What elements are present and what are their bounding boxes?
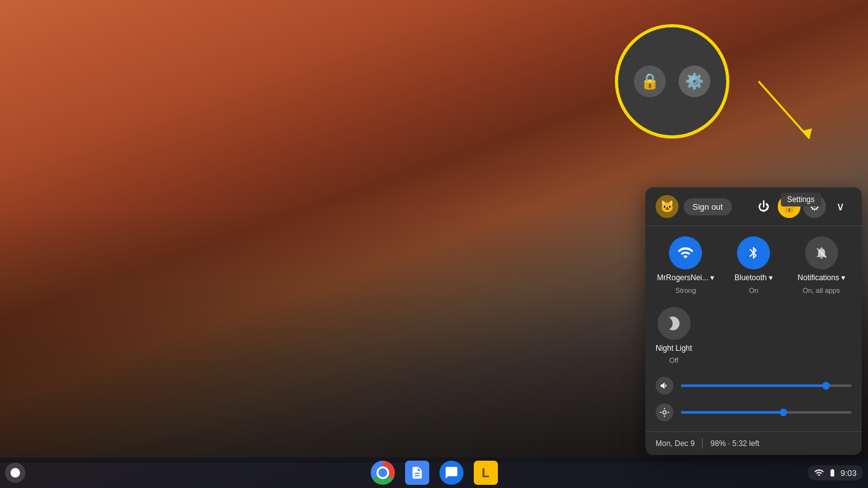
settings-icon-magnified: ⚙️ xyxy=(679,65,710,97)
volume-slider-row xyxy=(656,377,851,395)
separator xyxy=(702,438,703,449)
wifi-sublabel: Strong xyxy=(675,287,696,294)
system-tray[interactable]: 9:03 xyxy=(808,465,863,480)
night-light-label: Night Light xyxy=(656,344,692,353)
notifications-label: Notifications ▾ xyxy=(797,273,845,282)
annotation-circle xyxy=(615,24,729,139)
notifications-tile[interactable]: Notifications ▾ On, all apps xyxy=(791,236,851,294)
taskbar: L 9:03 xyxy=(0,458,868,488)
svg-point-3 xyxy=(11,468,20,478)
brightness-track[interactable] xyxy=(681,411,851,414)
night-light-row: Night Light Off xyxy=(645,304,862,374)
wifi-tray-icon xyxy=(814,468,824,478)
bluetooth-tile[interactable]: Bluetooth ▾ On xyxy=(724,236,784,294)
keep-app-icon[interactable]: L xyxy=(474,461,498,485)
panel-header: 🐱 Sign out ⏻ 🔒 ⚙ Settings ∨ xyxy=(645,187,862,226)
volume-track[interactable] xyxy=(681,384,851,387)
launcher-button[interactable] xyxy=(5,463,25,483)
bluetooth-label: Bluetooth ▾ xyxy=(734,273,773,282)
docs-app-icon[interactable] xyxy=(405,461,429,485)
wifi-tile[interactable]: MrRogersNei... ▾ Strong xyxy=(656,236,716,294)
brightness-thumb[interactable] xyxy=(780,409,787,416)
night-light-button[interactable] xyxy=(658,307,691,340)
taskbar-right: 9:03 xyxy=(808,465,863,480)
bluetooth-sublabel: On xyxy=(749,287,759,294)
notifications-sublabel: On, all apps xyxy=(803,287,840,294)
wifi-label: MrRogersNei... ▾ xyxy=(657,273,714,282)
battery-label: 98% · 5:32 left xyxy=(710,439,759,448)
magnified-preview: 🔒 ⚙️ xyxy=(617,27,727,136)
panel-bottom: Mon, Dec 9 98% · 5:32 left xyxy=(645,431,862,455)
volume-thumb[interactable] xyxy=(822,382,830,390)
taskbar-left xyxy=(5,463,25,483)
messages-app-icon[interactable] xyxy=(439,461,464,485)
power-button[interactable]: ⏻ xyxy=(752,195,775,218)
desktop: 🔒 ⚙️ 🐱 Sign out ⏻ 🔒 ⚙ Settings ∨ xyxy=(0,0,868,488)
avatar[interactable]: 🐱 xyxy=(656,195,679,218)
wifi-tile-button[interactable] xyxy=(669,236,702,269)
volume-fill xyxy=(681,384,826,387)
lock-icon-magnified: 🔒 xyxy=(634,65,666,97)
notifications-tile-button[interactable] xyxy=(805,236,838,269)
night-light-tile[interactable]: Night Light Off xyxy=(656,307,692,364)
taskbar-apps: L xyxy=(371,461,498,485)
brightness-fill xyxy=(681,411,783,414)
chrome-app-icon[interactable] xyxy=(371,461,395,485)
settings-tooltip: Settings xyxy=(781,193,821,207)
panel-tiles: MrRogersNei... ▾ Strong Bluetooth ▾ On xyxy=(645,226,862,304)
svg-line-0 xyxy=(759,81,809,139)
sign-out-button[interactable]: Sign out xyxy=(684,198,732,215)
night-light-sublabel: Off xyxy=(669,356,678,364)
annotation-arrow xyxy=(682,75,829,145)
brightness-icon[interactable] xyxy=(656,403,673,421)
clock: 9:03 xyxy=(841,468,857,478)
date-label: Mon, Dec 9 xyxy=(656,439,694,448)
brightness-slider-row xyxy=(656,403,851,421)
quick-settings-panel: 🐱 Sign out ⏻ 🔒 ⚙ Settings ∨ xyxy=(645,187,862,455)
svg-marker-1 xyxy=(802,128,812,139)
sliders-area xyxy=(645,374,862,431)
volume-icon[interactable] xyxy=(656,377,673,395)
battery-tray-icon xyxy=(828,468,837,477)
bluetooth-tile-button[interactable] xyxy=(737,236,770,269)
collapse-button[interactable]: ∨ xyxy=(829,195,851,218)
